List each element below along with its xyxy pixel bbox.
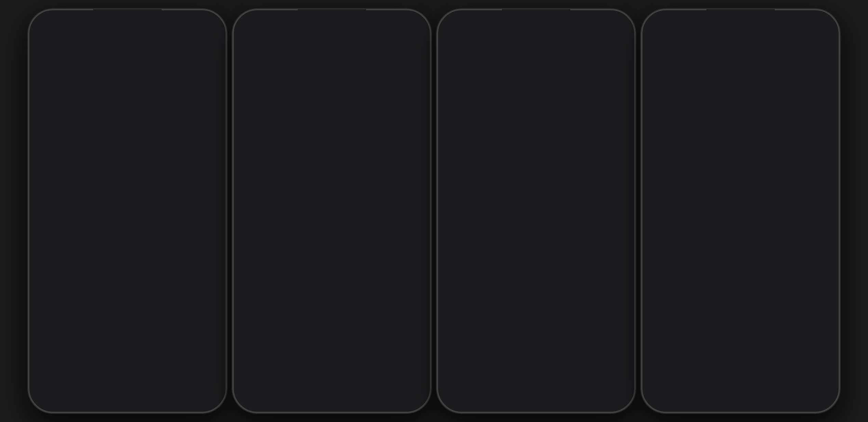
leave-conv-4[interactable]: Leave this Conversation: [650, 88, 831, 100]
message-input[interactable]: Message: [63, 304, 206, 316]
app-icon[interactable]: 🅐: [49, 304, 60, 315]
action-sheet-3: Leave this Conversation Cancel: [447, 357, 626, 396]
phone-icon-chance[interactable]: [406, 73, 417, 84]
add-contact-row-2[interactable]: + Add Contact: [235, 131, 428, 150]
emoji-7[interactable]: 🟡: [125, 323, 138, 336]
battery-icon: [206, 19, 214, 24]
key-h[interactable]: H: [138, 357, 155, 372]
img-tab-attachments-4[interactable]: Attachments: [741, 103, 826, 113]
emoji-4[interactable]: 😍: [80, 323, 93, 336]
screen-1: 17:19 ‹ 👤 👤: [31, 12, 224, 410]
images-section-4: Images Attachments: [650, 103, 831, 114]
phone-icon-patrick[interactable]: [406, 94, 417, 105]
small-avatar-chance-4: 👤: [650, 234, 660, 244]
key-space[interactable]: space: [128, 391, 146, 406]
key-r[interactable]: R: [90, 340, 107, 355]
input-icons: 📷 🅐: [35, 304, 60, 315]
phone-icon-michael[interactable]: [406, 115, 417, 126]
status-icons-4: [804, 19, 827, 24]
video-icon-chance[interactable]: [373, 73, 384, 84]
svg-rect-18: [804, 22, 805, 24]
key-b[interactable]: B: [138, 374, 155, 389]
key-p[interactable]: P: [205, 340, 222, 355]
key-y[interactable]: Y: [128, 340, 146, 355]
emoji-2[interactable]: 📋: [50, 323, 63, 336]
key-m[interactable]: M: [176, 374, 193, 389]
key-u[interactable]: U: [148, 340, 165, 355]
video-icon-patrick[interactable]: [373, 94, 384, 105]
key-e[interactable]: E: [71, 340, 89, 355]
group-avatar: 👤 👤: [41, 30, 58, 47]
link-row-4: Send My Current Location Share My Locati…: [650, 53, 831, 68]
key-delete[interactable]: ⌫: [195, 374, 213, 389]
battery-icon-2: [410, 19, 419, 24]
back-button[interactable]: ‹: [37, 35, 39, 42]
key-x[interactable]: X: [81, 374, 98, 389]
signal-icon-2: [395, 19, 401, 24]
key-numbers[interactable]: 123: [90, 391, 107, 406]
emoji-1[interactable]: 😊: [35, 323, 48, 336]
key-w[interactable]: W: [52, 340, 69, 355]
cancel-action[interactable]: Cancel: [447, 378, 626, 396]
message-icon-chance[interactable]: [390, 73, 401, 84]
bubble-left-wrap-chance-4: 👤 🙌: [650, 225, 831, 244]
hide-alerts-label-2: Hide Alerts: [242, 201, 269, 207]
messages-header: ‹ 👤 👤 3 People ›: [31, 27, 224, 51]
key-s[interactable]: S: [62, 357, 79, 372]
key-z[interactable]: Z: [62, 374, 79, 389]
group-name-input-2[interactable]: [242, 58, 421, 64]
video-icon-michael[interactable]: [373, 115, 384, 126]
svg-rect-23: [827, 21, 827, 22]
hide-alerts-toggle-2[interactable]: [405, 199, 421, 209]
key-l[interactable]: L: [195, 357, 213, 372]
key-f[interactable]: F: [100, 357, 117, 372]
images-tab-2[interactable]: Images: [241, 241, 332, 254]
img-tab-images-4[interactable]: Images: [655, 103, 741, 113]
key-c[interactable]: C: [100, 374, 117, 389]
share-location-2[interactable]: Share My Location: [235, 172, 428, 188]
key-q[interactable]: Q: [33, 340, 50, 355]
status-bar-4: 17:20: [644, 12, 837, 27]
send-location-2[interactable]: Send My Current Location: [235, 156, 428, 172]
send-location-link-4[interactable]: Send My Current Location: [650, 55, 831, 61]
details-screen: 17:19 Details Done NAME: [235, 12, 428, 410]
key-emoji-smiley[interactable]: ☺: [109, 391, 126, 406]
attachments-tab-2[interactable]: Attachments: [332, 241, 422, 254]
key-g[interactable]: G: [119, 357, 136, 372]
chevron-patrick-2: ›: [421, 97, 423, 102]
header-info[interactable]: 3 People ›: [61, 36, 218, 41]
key-d[interactable]: D: [81, 357, 98, 372]
bubble-left-1: Don't remind me -_-: [50, 119, 104, 132]
bubble-wrap-1: So, who here is excited for AirPower?: [37, 55, 218, 68]
header-info-4[interactable]: 3 People ›: [673, 36, 831, 41]
emoji-3[interactable]: 🎵: [65, 323, 78, 336]
bubble-left-patrick-4: Don't remind me -_-: [663, 203, 717, 215]
message-icon-patrick[interactable]: [390, 94, 401, 105]
key-v[interactable]: V: [119, 374, 136, 389]
messages-area: So, who here is excited for AirPower? 👻 …: [31, 51, 224, 301]
group-name-4: 3 People ›: [673, 36, 831, 41]
hide-alerts-toggle-4[interactable]: [815, 75, 831, 84]
back-button-4[interactable]: ‹: [650, 35, 652, 42]
key-shift[interactable]: ⇧: [42, 374, 59, 389]
svg-rect-10: [411, 21, 417, 23]
done-button-2[interactable]: Done: [407, 30, 421, 37]
key-a[interactable]: A: [42, 357, 59, 372]
emoji-6[interactable]: 🧽: [110, 323, 123, 336]
key-o[interactable]: O: [186, 340, 203, 355]
emoji-5[interactable]: 🦊: [95, 323, 108, 336]
wifi-icon: [198, 19, 204, 24]
key-k[interactable]: K: [176, 357, 193, 372]
message-icon-michael[interactable]: [390, 115, 401, 126]
key-n[interactable]: N: [157, 374, 174, 389]
key-i[interactable]: I: [167, 340, 184, 355]
share-location-link-4[interactable]: Share My Location: [650, 61, 831, 67]
key-t[interactable]: T: [109, 340, 126, 355]
leave-row-2[interactable]: Leave this Conversation: [235, 214, 428, 230]
camera-icon[interactable]: 📷: [35, 304, 46, 315]
mic-icon[interactable]: 🎤: [209, 304, 220, 315]
key-j[interactable]: J: [157, 357, 174, 372]
leave-conversation-action[interactable]: Leave this Conversation: [447, 357, 626, 375]
key-return[interactable]: return: [148, 391, 165, 406]
svg-rect-4: [206, 21, 213, 23]
